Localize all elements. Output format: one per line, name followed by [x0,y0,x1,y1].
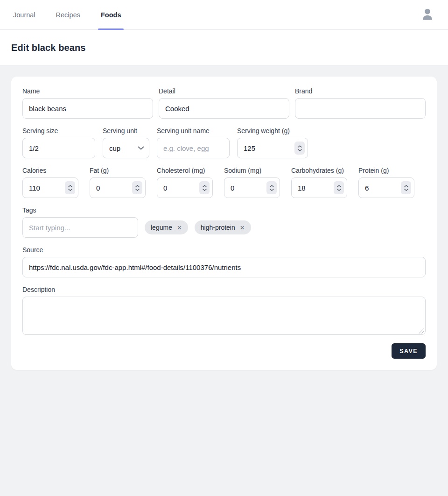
active-tab-underline [98,28,124,30]
spinner-up-down-icon[interactable] [132,181,142,194]
spinner-up-down-icon[interactable] [65,181,75,194]
save-row: SAVE [22,343,426,359]
carbohydrates-label: Carbohydrates (g) [291,167,347,174]
protein-label: Protein (g) [358,167,414,174]
save-button[interactable]: SAVE [392,343,426,359]
brand-label: Brand [295,87,426,95]
source-label: Source [22,246,426,254]
tab-recipes[interactable]: Recipes [56,0,80,29]
tab-journal[interactable]: Journal [13,0,35,29]
tag-pill-label: legume [151,224,172,231]
serving-size-input[interactable] [22,138,95,158]
row-source: Source [22,246,426,277]
field-detail: Detail [159,87,289,119]
field-protein: Protein (g) [358,167,414,198]
name-label: Name [22,87,153,95]
field-carbohydrates: Carbohydrates (g) [291,167,347,198]
field-sodium: Sodium (mg) [224,167,280,198]
serving-unit-select-wrap: cup [103,138,149,158]
page-title: Edit black beans [11,43,437,53]
title-bar: Edit black beans [0,30,448,65]
tags-line: legume ✕ high-protein ✕ [22,217,426,238]
calories-wrap [22,177,78,198]
close-icon[interactable]: ✕ [240,225,245,231]
spinner-up-down-icon[interactable] [334,181,344,194]
tags-label: Tags [22,206,426,214]
close-icon[interactable]: ✕ [177,225,182,231]
detail-input[interactable] [159,98,289,119]
cholesterol-wrap [157,177,213,198]
row-tags: Tags legume ✕ high-protein ✕ [22,206,426,238]
tag-pill: high-protein ✕ [195,220,251,234]
tab-foods-label: Foods [101,11,121,19]
nav-tabs: Journal Recipes Foods [13,0,121,29]
serving-size-label: Serving size [22,127,95,135]
detail-label: Detail [159,87,289,95]
cholesterol-label: Cholesterol (mg) [157,167,213,174]
spinner-up-down-icon[interactable] [266,181,277,194]
spinner-up-down-icon[interactable] [294,142,305,155]
description-wrap [22,297,426,335]
serving-unit-name-label: Serving unit name [157,127,230,135]
field-cholesterol: Cholesterol (mg) [157,167,213,198]
description-textarea[interactable] [22,297,426,335]
field-calories: Calories [22,167,78,198]
spinner-up-down-icon[interactable] [199,181,210,194]
serving-unit-name-input[interactable] [157,138,230,158]
carbohydrates-wrap [291,177,347,198]
fat-wrap [90,177,146,198]
name-input[interactable] [22,98,153,119]
tag-pill-label: high-protein [201,224,235,231]
description-label: Description [22,286,426,293]
field-fat: Fat (g) [90,167,146,198]
serving-weight-label: Serving weight (g) [237,127,308,135]
protein-wrap [358,177,414,198]
serving-unit-select[interactable]: cup [103,138,149,158]
tab-journal-label: Journal [13,11,35,19]
sodium-wrap [224,177,280,198]
row-nutrients: Calories Fat (g) [22,167,426,198]
field-serving-size: Serving size [22,127,95,158]
tags-input[interactable] [22,217,138,238]
field-brand: Brand [295,87,426,119]
avatar[interactable] [420,0,435,29]
fat-label: Fat (g) [90,167,146,174]
field-serving-unit-name: Serving unit name [157,127,230,158]
person-icon [420,7,435,23]
field-serving-unit: Serving unit cup [103,127,149,158]
source-input[interactable] [22,257,426,277]
serving-weight-wrap [237,138,308,158]
row-identity: Name Detail Brand [22,87,426,119]
field-serving-weight: Serving weight (g) [237,127,308,158]
sodium-label: Sodium (mg) [224,167,280,174]
spinner-up-down-icon[interactable] [401,181,411,194]
tab-recipes-label: Recipes [56,11,80,19]
serving-unit-label: Serving unit [103,127,149,135]
tag-pill: legume ✕ [145,220,188,234]
row-description: Description [22,286,426,335]
top-nav: Journal Recipes Foods [0,0,448,30]
edit-food-card: Name Detail Brand Serving size Serving u… [11,77,437,370]
tab-foods[interactable]: Foods [101,0,121,29]
row-serving: Serving size Serving unit cup Se [22,127,426,158]
calories-label: Calories [22,167,78,174]
brand-input[interactable] [295,98,426,119]
main-content: Name Detail Brand Serving size Serving u… [0,65,448,381]
field-name: Name [22,87,153,119]
